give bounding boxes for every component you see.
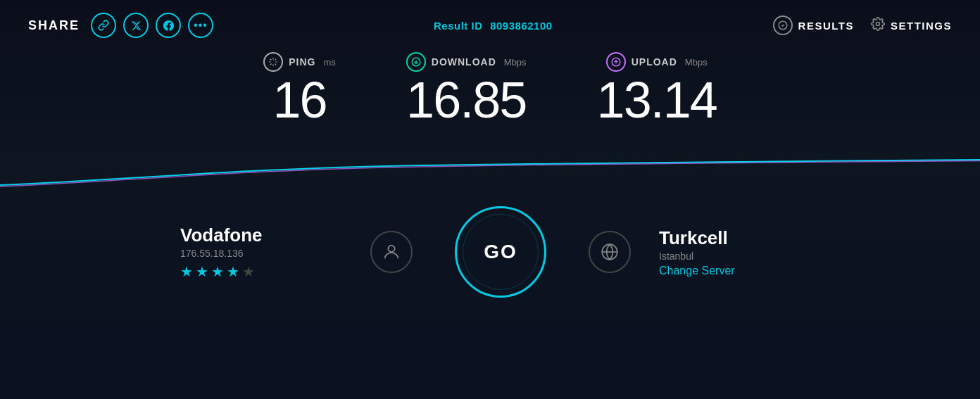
- nav-section: RESULTS SETTINGS: [773, 15, 952, 35]
- star-4: ★: [227, 263, 239, 280]
- download-label: DOWNLOAD: [432, 56, 496, 68]
- upload-icon: [606, 52, 626, 72]
- server-info: Turkcell Istanbul Change Server: [659, 227, 800, 277]
- settings-label: SETTINGS: [891, 20, 952, 32]
- twitter-share-button[interactable]: [123, 13, 149, 38]
- download-metric: DOWNLOAD Mbps 16.85: [406, 52, 527, 125]
- speed-chart: [0, 129, 980, 199]
- star-3: ★: [211, 263, 224, 280]
- header: SHARE ••• Result ID 8093862100: [0, 0, 980, 45]
- svg-point-6: [388, 246, 394, 252]
- go-button[interactable]: GO: [455, 206, 546, 298]
- upload-label: UPLOAD: [632, 56, 677, 68]
- results-icon: [773, 15, 793, 35]
- result-id-value[interactable]: 8093862100: [490, 20, 552, 32]
- settings-button[interactable]: SETTINGS: [871, 17, 952, 34]
- result-id-prefix: Result ID: [434, 20, 483, 32]
- go-label: GO: [484, 241, 517, 263]
- upload-metric: UPLOAD Mbps 13.14: [597, 52, 717, 125]
- result-id-section: Result ID 8093862100: [434, 20, 553, 32]
- bottom-section: Vodafone 176.55.18.136 ★ ★ ★ ★ ★ GO Turk…: [0, 199, 980, 312]
- results-button[interactable]: RESULTS: [773, 15, 854, 35]
- ping-header: PING ms: [263, 52, 336, 72]
- download-value: 16.85: [406, 75, 526, 125]
- download-icon: [406, 52, 426, 72]
- change-server-link[interactable]: Change Server: [659, 265, 735, 277]
- ping-metric: PING ms 16: [263, 52, 336, 125]
- isp-ip: 176.55.18.136: [180, 248, 244, 259]
- facebook-share-button[interactable]: [156, 13, 181, 38]
- link-share-button[interactable]: [91, 13, 116, 38]
- upload-value: 13.14: [597, 75, 717, 125]
- gear-icon: [871, 17, 885, 34]
- ping-label: PING: [289, 56, 315, 68]
- user-icon-button[interactable]: [370, 231, 413, 273]
- isp-name: Vodafone: [180, 224, 263, 246]
- download-unit: Mbps: [504, 57, 527, 68]
- server-name: Turkcell: [659, 227, 728, 249]
- results-label: RESULTS: [798, 20, 854, 32]
- star-5: ★: [242, 263, 255, 280]
- globe-icon-button[interactable]: [589, 231, 631, 273]
- star-1: ★: [180, 263, 193, 280]
- more-share-button[interactable]: •••: [188, 13, 213, 38]
- share-section: SHARE •••: [28, 13, 213, 38]
- upload-header: UPLOAD Mbps: [606, 52, 708, 72]
- share-label: SHARE: [28, 18, 80, 33]
- svg-point-1: [876, 22, 879, 25]
- ping-unit: ms: [323, 57, 335, 68]
- isp-stars: ★ ★ ★ ★ ★: [180, 263, 255, 280]
- isp-info: Vodafone 176.55.18.136 ★ ★ ★ ★ ★: [180, 224, 321, 280]
- upload-unit: Mbps: [685, 57, 708, 68]
- ping-icon: [263, 52, 283, 72]
- ping-value: 16: [272, 75, 326, 125]
- star-2: ★: [196, 263, 208, 280]
- metrics-section: PING ms 16 DOWNLOAD Mbps 16.85: [0, 45, 980, 129]
- download-header: DOWNLOAD Mbps: [406, 52, 527, 72]
- server-city: Istanbul: [659, 251, 693, 262]
